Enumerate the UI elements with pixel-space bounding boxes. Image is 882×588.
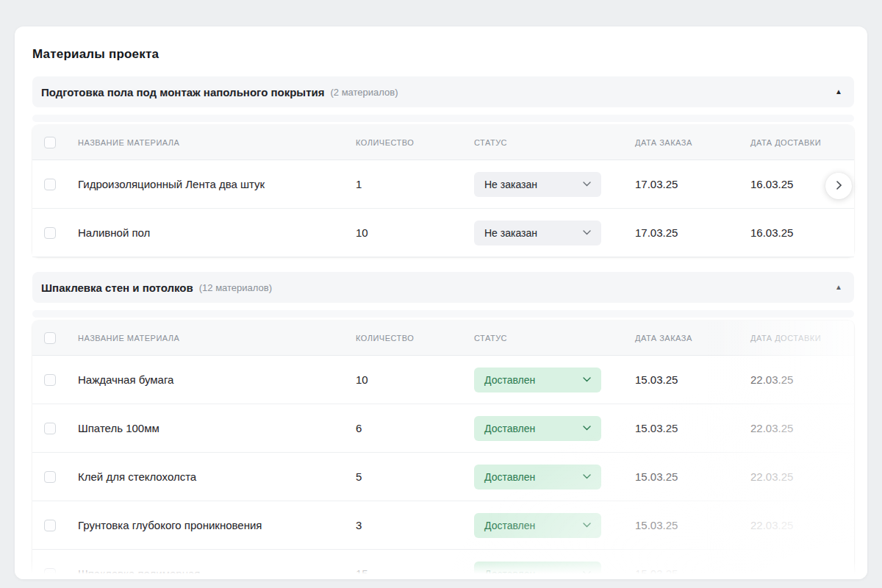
column-header-delivery-date: ДАТА ДОСТАВКИ — [750, 138, 854, 147]
section-header-putty[interactable]: Шпаклевка стен и потолков (12 материалов… — [32, 272, 854, 303]
material-quantity: 5 — [356, 470, 474, 483]
status-dropdown[interactable]: Доставлен — [474, 368, 601, 392]
chevron-down-icon — [583, 571, 591, 576]
material-quantity: 6 — [356, 422, 474, 434]
section-title: Подготовка пола под монтаж напольного по… — [41, 86, 325, 98]
column-header-status: СТАТУС — [474, 334, 635, 343]
order-date: 17.03.25 — [635, 178, 750, 190]
row-checkbox[interactable] — [44, 423, 56, 434]
row-checkbox[interactable] — [44, 227, 56, 239]
material-quantity: 10 — [356, 226, 474, 239]
order-date: 15.03.25 — [635, 470, 750, 483]
table-top-strip — [32, 115, 854, 122]
section-title: Шпаклевка стен и потолков — [41, 282, 193, 294]
status-label: Доставлен — [484, 423, 535, 434]
table-row: Клей для стеклохолста 5 Доставлен 15.03.… — [32, 453, 854, 501]
table-top-strip — [32, 310, 854, 318]
status-label: Доставлен — [484, 471, 535, 483]
status-dropdown[interactable]: Не заказан — [474, 172, 601, 197]
table-row: Гидроизоляционный Лента два штук 1 Не за… — [32, 160, 854, 209]
material-name: Шпатель 100мм — [78, 422, 356, 434]
chevron-down-icon — [583, 230, 591, 235]
page-title: Материалы проекта — [32, 47, 854, 62]
table-row: Шпатель 100мм 6 Доставлен 15.03.25 22.03… — [32, 404, 854, 453]
material-quantity: 10 — [356, 373, 474, 386]
table-row: Грунтовка глубокого проникновения 3 Дост… — [32, 501, 854, 550]
status-label: Не заказан — [484, 179, 537, 190]
column-header-name: НАЗВАНИЕ МАТЕРИАЛА — [78, 334, 356, 343]
material-name: Гидроизоляционный Лента два штук — [78, 178, 356, 190]
column-header-order-date: ДАТА ЗАКАЗА — [635, 334, 750, 343]
column-header-name: НАЗВАНИЕ МАТЕРИАЛА — [78, 138, 356, 147]
section-header-floor-prep[interactable]: Подготовка пола под монтаж напольного по… — [32, 76, 854, 107]
chevron-right-icon — [836, 179, 842, 193]
column-header-quantity: КОЛИЧЕСТВО — [356, 334, 474, 343]
delivery-date: 22.03.25 — [750, 567, 854, 579]
status-dropdown[interactable]: Доставлен — [474, 465, 601, 490]
order-date: 15.03.25 — [635, 567, 750, 579]
delivery-date: 16.03.25 — [750, 226, 854, 239]
section-count: (2 материалов) — [331, 87, 398, 98]
row-checkbox[interactable] — [44, 471, 56, 483]
status-label: Доставлен — [484, 520, 535, 531]
delivery-date: 22.03.25 — [750, 373, 854, 386]
material-name: Наливной пол — [78, 226, 356, 239]
table-row: Шпаклевка полимерная 15 Доставлен 15.03.… — [32, 550, 854, 579]
delivery-date: 22.03.25 — [750, 470, 854, 483]
column-header-status: СТАТУС — [474, 138, 635, 147]
table-header-row: НАЗВАНИЕ МАТЕРИАЛА КОЛИЧЕСТВО СТАТУС ДАТ… — [32, 125, 854, 160]
column-header-quantity: КОЛИЧЕСТВО — [356, 138, 474, 147]
order-date: 15.03.25 — [635, 519, 750, 531]
status-label: Не заказан — [484, 227, 537, 239]
material-name: Клей для стеклохолста — [78, 470, 356, 483]
material-name: Грунтовка глубокого проникновения — [78, 519, 356, 531]
row-checkbox[interactable] — [44, 179, 56, 190]
order-date: 17.03.25 — [635, 226, 750, 239]
status-dropdown[interactable]: Доставлен — [474, 513, 601, 538]
chevron-down-icon — [583, 523, 591, 528]
materials-table-1: НАЗВАНИЕ МАТЕРИАЛА КОЛИЧЕСТВО СТАТУС ДАТ… — [32, 125, 854, 257]
status-dropdown[interactable]: Доставлен — [474, 562, 601, 580]
material-name: Наждачная бумага — [78, 373, 356, 386]
scroll-right-button[interactable] — [825, 173, 852, 199]
row-checkbox[interactable] — [44, 568, 56, 580]
collapse-triangle-icon[interactable]: ▲ — [835, 88, 842, 96]
material-quantity: 1 — [356, 178, 474, 190]
chevron-down-icon — [583, 377, 591, 382]
order-date: 15.03.25 — [635, 422, 750, 434]
column-header-order-date: ДАТА ЗАКАЗА — [635, 138, 750, 147]
collapse-triangle-icon[interactable]: ▲ — [835, 284, 842, 291]
material-quantity: 15 — [356, 567, 474, 579]
chevron-down-icon — [583, 426, 591, 431]
section-count: (12 материалов) — [199, 282, 272, 293]
column-header-delivery-date: ДАТА ДОСТАВКИ — [750, 334, 854, 343]
row-checkbox[interactable] — [44, 520, 56, 531]
materials-card: Материалы проекта Подготовка пола под мо… — [15, 26, 867, 579]
table-header-row: НАЗВАНИЕ МАТЕРИАЛА КОЛИЧЕСТВО СТАТУС ДАТ… — [32, 320, 854, 356]
row-checkbox[interactable] — [44, 374, 56, 386]
materials-table-2: НАЗВАНИЕ МАТЕРИАЛА КОЛИЧЕСТВО СТАТУС ДАТ… — [32, 320, 854, 579]
material-quantity: 3 — [356, 519, 474, 531]
chevron-down-icon — [583, 182, 591, 187]
select-all-checkbox[interactable] — [44, 137, 56, 148]
status-label: Доставлен — [484, 568, 535, 580]
table-row: Наливной пол 10 Не заказан 17.03.25 16.0… — [32, 209, 854, 257]
delivery-date: 22.03.25 — [750, 422, 854, 434]
delivery-date: 22.03.25 — [750, 519, 854, 531]
order-date: 15.03.25 — [635, 373, 750, 386]
chevron-down-icon — [583, 474, 591, 479]
status-dropdown[interactable]: Не заказан — [474, 220, 601, 245]
select-all-checkbox[interactable] — [44, 332, 56, 344]
table-row: Наждачная бумага 10 Доставлен 15.03.25 2… — [32, 356, 854, 404]
status-label: Доставлен — [484, 374, 535, 386]
status-dropdown[interactable]: Доставлен — [474, 416, 601, 441]
material-name: Шпаклевка полимерная — [78, 567, 356, 579]
